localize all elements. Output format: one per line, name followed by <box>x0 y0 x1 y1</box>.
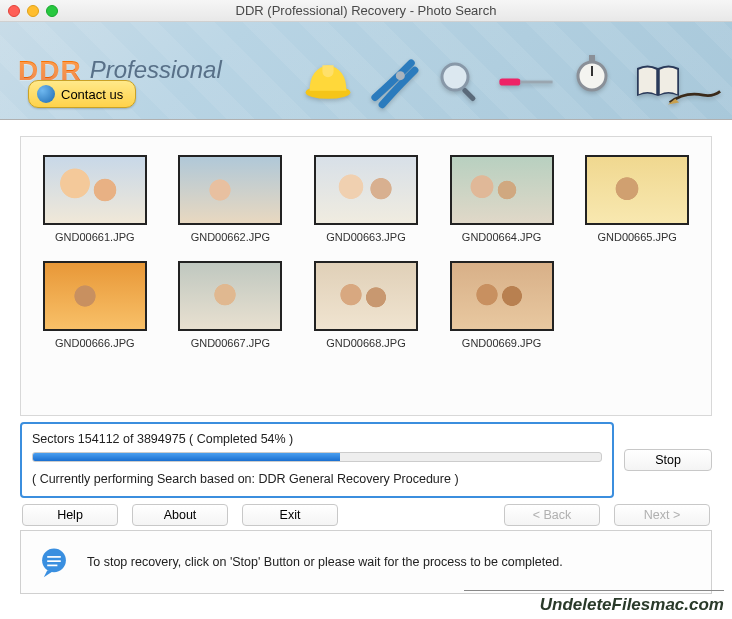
thumbnail-panel: GND00661.JPG GND00662.JPG GND00663.JPG G… <box>20 136 712 416</box>
bottom-button-row: Help About Exit < Back Next > <box>20 504 712 526</box>
photo-thumbnail-icon <box>43 261 147 331</box>
magnifier-icon <box>432 42 488 120</box>
watermark-divider <box>464 590 724 591</box>
thumbnail-item[interactable]: GND00665.JPG <box>575 155 699 243</box>
titlebar: DDR (Professional) Recovery - Photo Sear… <box>0 0 732 22</box>
back-button: < Back <box>504 504 600 526</box>
hardhat-icon <box>300 42 356 120</box>
stop-button[interactable]: Stop <box>624 449 712 471</box>
next-button: Next > <box>614 504 710 526</box>
svg-rect-4 <box>499 79 520 86</box>
svg-point-1 <box>396 71 405 80</box>
svg-rect-5 <box>520 81 552 84</box>
thumbnail-filename: GND00662.JPG <box>191 231 270 243</box>
thumbnail-filename: GND00664.JPG <box>462 231 541 243</box>
progress-subtext: ( Currently performing Search based on: … <box>32 472 602 486</box>
progress-panel: Sectors 154112 of 3894975 ( Completed 54… <box>20 422 614 498</box>
person-icon <box>37 85 55 103</box>
photo-thumbnail-icon <box>178 155 282 225</box>
photo-thumbnail-icon <box>43 155 147 225</box>
window-controls <box>8 5 58 17</box>
thumbnail-item[interactable]: GND00666.JPG <box>33 261 157 349</box>
watermark-text: UndeleteFilesmac.com <box>540 595 724 615</box>
hint-text: To stop recovery, click on 'Stop' Button… <box>87 555 563 569</box>
hint-box: To stop recovery, click on 'Stop' Button… <box>20 530 712 594</box>
contact-label: Contact us <box>61 87 123 102</box>
maximize-icon[interactable] <box>46 5 58 17</box>
thumbnail-filename: GND00665.JPG <box>597 231 676 243</box>
progress-status-text: Sectors 154112 of 3894975 ( Completed 54… <box>32 432 602 446</box>
progress-fill <box>33 453 340 461</box>
main-content: GND00661.JPG GND00662.JPG GND00663.JPG G… <box>0 120 732 594</box>
progress-bar <box>32 452 602 462</box>
svg-point-2 <box>442 64 468 90</box>
photo-thumbnail-icon <box>450 261 554 331</box>
photo-thumbnail-icon <box>585 155 689 225</box>
chat-bubble-icon <box>37 545 71 579</box>
minimize-icon[interactable] <box>27 5 39 17</box>
thumbnail-item[interactable]: GND00667.JPG <box>169 261 293 349</box>
thumbnail-filename: GND00663.JPG <box>326 231 405 243</box>
thumbnail-filename: GND00661.JPG <box>55 231 134 243</box>
thumbnail-grid: GND00661.JPG GND00662.JPG GND00663.JPG G… <box>33 155 699 349</box>
progress-row: Sectors 154112 of 3894975 ( Completed 54… <box>20 422 712 498</box>
close-icon[interactable] <box>8 5 20 17</box>
svg-rect-7 <box>589 55 595 61</box>
thumbnail-item[interactable]: GND00661.JPG <box>33 155 157 243</box>
window-title: DDR (Professional) Recovery - Photo Sear… <box>0 3 732 18</box>
screwdriver-icon <box>498 42 554 120</box>
thumbnail-item[interactable]: GND00663.JPG <box>304 155 428 243</box>
help-button[interactable]: Help <box>22 504 118 526</box>
logo-secondary: Professional <box>90 56 222 83</box>
banner-tool-graphics <box>300 27 722 120</box>
stopwatch-icon <box>564 32 620 112</box>
header-banner: DDRProfessional Contact us <box>0 22 732 120</box>
thumbnail-item[interactable]: GND00668.JPG <box>304 261 428 349</box>
thumbnail-item[interactable]: GND00662.JPG <box>169 155 293 243</box>
thumbnail-filename: GND00667.JPG <box>191 337 270 349</box>
pliers-icon <box>366 42 422 120</box>
about-button[interactable]: About <box>132 504 228 526</box>
photo-thumbnail-icon <box>450 155 554 225</box>
photo-thumbnail-icon <box>314 155 418 225</box>
photo-thumbnail-icon <box>314 261 418 331</box>
thumbnail-item[interactable]: GND00669.JPG <box>440 261 564 349</box>
thumbnail-filename: GND00668.JPG <box>326 337 405 349</box>
exit-button[interactable]: Exit <box>242 504 338 526</box>
thumbnail-filename: GND00669.JPG <box>462 337 541 349</box>
svg-rect-3 <box>461 87 476 102</box>
contact-us-button[interactable]: Contact us <box>28 80 136 108</box>
thumbnail-item[interactable]: GND00664.JPG <box>440 155 564 243</box>
thumbnail-filename: GND00666.JPG <box>55 337 134 349</box>
photo-thumbnail-icon <box>178 261 282 331</box>
